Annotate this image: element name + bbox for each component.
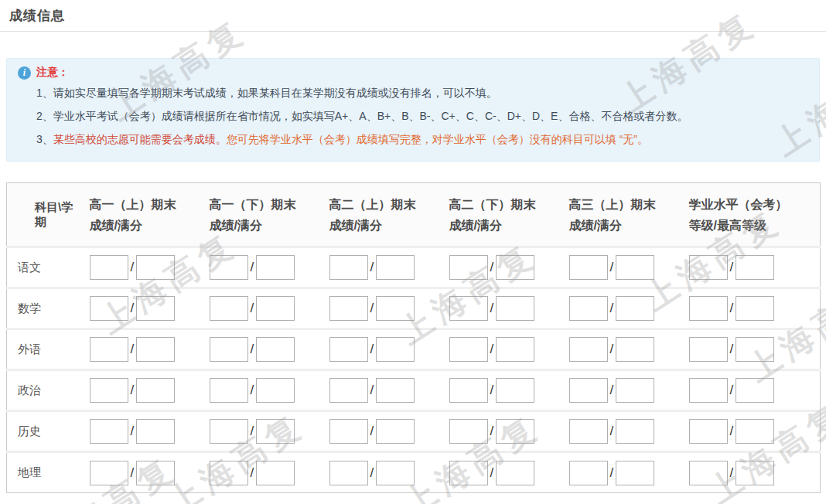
score-input[interactable] <box>569 419 608 444</box>
score-input[interactable] <box>329 378 368 403</box>
score-input[interactable] <box>210 296 248 321</box>
column-header-line1: 学业水平（会考） <box>689 194 820 215</box>
full-score-input[interactable] <box>376 419 415 444</box>
grade-input[interactable] <box>689 255 728 280</box>
score-input[interactable] <box>210 255 248 280</box>
full-score-input[interactable] <box>496 378 534 403</box>
score-input[interactable] <box>449 337 488 362</box>
grade-input[interactable] <box>689 296 728 321</box>
column-header-4: 高二（下）期末成绩/满分 <box>442 183 561 247</box>
score-input[interactable] <box>90 419 128 444</box>
score-input[interactable] <box>210 461 248 485</box>
max-grade-input[interactable] <box>736 296 774 321</box>
full-score-input[interactable] <box>496 419 534 444</box>
subject-label: 语文 <box>7 247 82 288</box>
full-score-input[interactable] <box>616 419 654 444</box>
notice-item-3-highlight: 某些高校的志愿可能需要会考成绩。 <box>53 133 227 145</box>
slash-separator: / <box>251 301 254 316</box>
score-cell: / <box>322 247 442 288</box>
score-cell: / <box>561 411 681 452</box>
score-input[interactable] <box>449 296 488 321</box>
slash-separator: / <box>131 383 135 398</box>
full-score-input[interactable] <box>256 461 295 485</box>
score-input[interactable] <box>210 337 248 362</box>
notice-box: i 注意： 1、请如实尽量填写各学期期末考试成绩，如果某科目在某学期没有成绩或没… <box>6 58 820 162</box>
score-input[interactable] <box>449 378 488 403</box>
score-input[interactable] <box>90 337 128 362</box>
score-input[interactable] <box>569 337 608 362</box>
score-input[interactable] <box>90 461 128 485</box>
full-score-input[interactable] <box>136 461 175 485</box>
max-grade-input[interactable] <box>736 419 774 444</box>
score-input[interactable] <box>449 419 488 444</box>
full-score-input[interactable] <box>376 378 415 403</box>
full-score-input[interactable] <box>376 296 415 321</box>
score-cell: / <box>322 370 442 411</box>
full-score-input[interactable] <box>616 461 654 485</box>
grade-input[interactable] <box>689 461 728 485</box>
full-score-input[interactable] <box>136 296 175 321</box>
score-input[interactable] <box>90 255 128 280</box>
slash-separator: / <box>490 465 494 481</box>
subject-row-6: 地理////// <box>7 452 821 493</box>
score-input[interactable] <box>329 461 368 485</box>
grade-input[interactable] <box>689 419 728 444</box>
slash-separator: / <box>730 301 734 316</box>
notice-label: 注意： <box>36 66 69 80</box>
full-score-input[interactable] <box>256 296 295 321</box>
grade-input[interactable] <box>689 378 728 403</box>
full-score-input[interactable] <box>136 255 175 280</box>
score-input[interactable] <box>329 296 368 321</box>
full-score-input[interactable] <box>616 337 654 362</box>
subject-label: 历史 <box>7 411 82 452</box>
max-grade-input[interactable] <box>736 255 774 280</box>
subject-label: 地理 <box>7 452 82 493</box>
column-header-5: 高三（上）期末成绩/满分 <box>561 183 681 247</box>
full-score-input[interactable] <box>616 296 654 321</box>
full-score-input[interactable] <box>256 378 295 403</box>
score-cell: / <box>82 247 202 288</box>
score-cell: / <box>82 452 202 493</box>
max-grade-input[interactable] <box>736 378 774 403</box>
full-score-input[interactable] <box>136 419 175 444</box>
score-input[interactable] <box>569 296 608 321</box>
full-score-input[interactable] <box>136 378 175 403</box>
column-header-line2: 成绩/满分 <box>449 215 561 236</box>
score-cell: / <box>82 411 202 452</box>
full-score-input[interactable] <box>496 337 534 362</box>
max-grade-input[interactable] <box>736 461 774 485</box>
full-score-input[interactable] <box>376 461 415 485</box>
score-input[interactable] <box>329 255 368 280</box>
slash-separator: / <box>490 342 494 357</box>
full-score-input[interactable] <box>256 255 295 280</box>
full-score-input[interactable] <box>256 419 295 444</box>
score-cell: / <box>561 329 681 370</box>
full-score-input[interactable] <box>496 461 534 485</box>
score-input[interactable] <box>569 255 608 280</box>
full-score-input[interactable] <box>496 296 534 321</box>
full-score-input[interactable] <box>376 255 415 280</box>
score-input[interactable] <box>569 461 608 485</box>
score-input[interactable] <box>329 337 368 362</box>
full-score-input[interactable] <box>376 337 415 362</box>
score-input[interactable] <box>449 255 488 280</box>
score-input[interactable] <box>569 378 608 403</box>
score-input[interactable] <box>449 461 488 485</box>
score-input[interactable] <box>329 419 368 444</box>
score-cell: / <box>202 329 322 370</box>
full-score-input[interactable] <box>616 378 654 403</box>
full-score-input[interactable] <box>496 255 534 280</box>
score-cell: / <box>561 452 681 493</box>
full-score-input[interactable] <box>616 255 654 280</box>
score-input[interactable] <box>90 296 128 321</box>
subject-label: 数学 <box>7 288 82 329</box>
score-input[interactable] <box>210 378 248 403</box>
full-score-input[interactable] <box>256 337 295 362</box>
slash-separator: / <box>490 383 494 398</box>
grade-input[interactable] <box>689 337 728 362</box>
score-cell: / <box>561 370 681 411</box>
full-score-input[interactable] <box>136 337 175 362</box>
score-input[interactable] <box>90 378 128 403</box>
score-input[interactable] <box>210 419 248 444</box>
max-grade-input[interactable] <box>736 337 774 362</box>
